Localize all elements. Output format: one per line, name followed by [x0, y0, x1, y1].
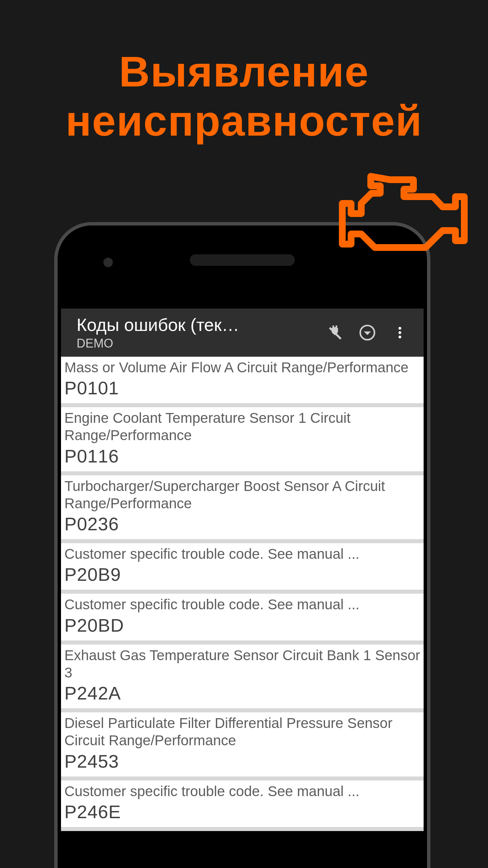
- error-description: Engine Coolant Temperature Sensor 1 Circ…: [64, 409, 420, 444]
- error-description: Mass or Volume Air Flow A Circuit Range/…: [64, 359, 420, 376]
- promo-headline: Выявление неисправностей: [0, 0, 488, 146]
- error-code-row[interactable]: Customer specific trouble code. See manu…: [61, 543, 424, 594]
- error-description: Customer specific trouble code. See manu…: [64, 545, 420, 563]
- error-code: P0101: [64, 377, 420, 398]
- svg-point-3: [399, 331, 401, 334]
- error-description: Customer specific trouble code. See manu…: [64, 596, 420, 613]
- error-description: Exhaust Gas Temperature Sensor Circuit B…: [64, 647, 420, 681]
- error-code-row[interactable]: Diesel Particulate Filter Differential P…: [61, 712, 424, 780]
- error-description: Diesel Particulate Filter Differential P…: [64, 714, 420, 749]
- overflow-menu-icon[interactable]: [385, 318, 415, 348]
- app-bar-title: Коды ошибок (тек…: [77, 315, 313, 335]
- error-code-row[interactable]: Mass or Volume Air Flow A Circuit Range/…: [61, 357, 424, 407]
- headline-line2: неисправностей: [65, 97, 422, 145]
- phone-speaker-slot: [190, 254, 295, 266]
- error-description: Turbocharger/Supercharger Boost Sensor A…: [64, 477, 420, 512]
- error-code: P0236: [64, 513, 420, 534]
- error-description: Customer specific trouble code. See manu…: [64, 783, 420, 800]
- error-code-row[interactable]: Exhaust Gas Temperature Sensor Circuit B…: [61, 645, 424, 712]
- app-bar-subtitle: DEMO: [77, 336, 313, 351]
- app-bar-titles: Коды ошибок (тек… DEMO: [77, 315, 320, 351]
- svg-point-4: [399, 336, 401, 338]
- dropdown-icon[interactable]: [352, 318, 382, 348]
- error-code: P20BD: [64, 615, 420, 636]
- error-code: P2453: [64, 751, 420, 772]
- error-code-list[interactable]: Mass or Volume Air Flow A Circuit Range/…: [61, 357, 424, 831]
- phone-frame: Коды ошибок (тек… DEMO Mass or Volume Ai…: [54, 222, 430, 868]
- error-code-row[interactable]: Customer specific trouble code. See manu…: [61, 781, 424, 831]
- error-code: P242A: [64, 683, 420, 704]
- phone-camera-dot: [103, 258, 113, 267]
- check-engine-icon: [332, 173, 468, 264]
- error-code: P246E: [64, 801, 420, 822]
- svg-point-2: [399, 327, 401, 330]
- error-code: P0116: [64, 446, 420, 467]
- error-code-row[interactable]: Engine Coolant Temperature Sensor 1 Circ…: [61, 407, 424, 475]
- error-code-row[interactable]: Customer specific trouble code. See manu…: [61, 594, 424, 644]
- error-code: P20B9: [64, 564, 420, 585]
- error-code-row[interactable]: Turbocharger/Supercharger Boost Sensor A…: [61, 475, 424, 543]
- disconnect-icon[interactable]: [320, 318, 350, 348]
- app-bar: Коды ошибок (тек… DEMO: [61, 309, 424, 357]
- headline-line1: Выявление: [119, 48, 369, 96]
